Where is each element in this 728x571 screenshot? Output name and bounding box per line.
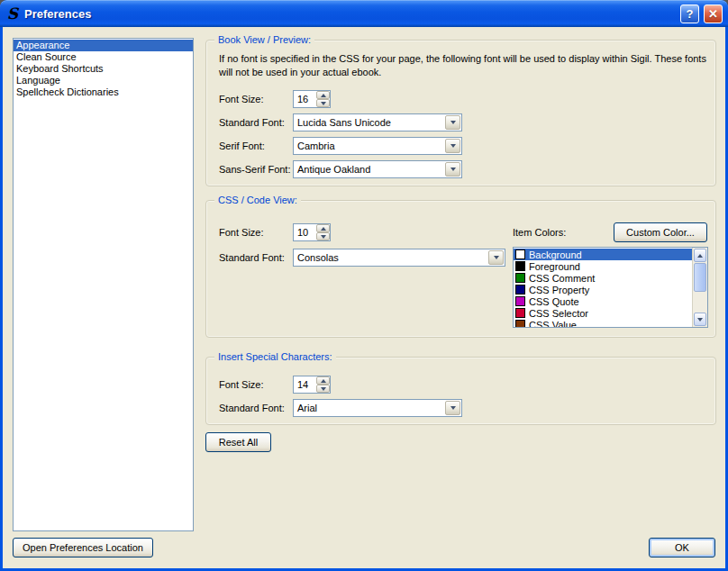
spin-down-button[interactable] [316,385,330,393]
bookview-serif-font-select[interactable]: Cambria [293,137,462,155]
spin-up-button[interactable] [316,224,330,232]
sidebar-item-spellcheck-dictionaries[interactable]: Spellcheck Dictionaries [14,86,193,98]
spin-up-button[interactable] [316,91,330,99]
color-swatch [515,273,525,283]
custom-color-button[interactable]: Custom Color... [614,222,707,242]
sidebar-item-clean-source[interactable]: Clean Source [14,51,193,63]
app-icon: S [5,6,20,21]
bookview-sans-serif-font-label: Sans-Serif Font: [219,160,290,178]
ok-button[interactable]: OK [649,538,715,557]
color-item-label: CSS Property [529,285,589,295]
close-button[interactable]: ✕ [704,5,723,23]
book-view-group: Book View / Preview: If no font is speci… [205,40,716,186]
bookview-font-size-label: Font Size: [219,90,264,108]
bookview-standard-font-select[interactable]: Lucida Sans Unicode [293,113,462,131]
special-chars-group-title: Insert Special Characters: [214,350,336,364]
color-swatch [515,320,525,327]
color-swatch [515,285,525,295]
combo-value: Consolas [297,250,339,265]
color-item-background[interactable]: Background [514,249,692,260]
color-rows: Background Foreground CSS Comment CSS Pr… [514,249,692,327]
spin-down-button[interactable] [316,232,330,240]
cssview-font-size-label: Font Size: [219,223,264,241]
color-swatch [515,308,525,318]
color-swatch [515,249,525,259]
spin-down-icon [321,235,326,239]
combo-dropdown-button[interactable] [445,162,460,177]
combo-dropdown-button[interactable] [445,115,460,130]
combo-dropdown-button[interactable] [445,139,460,153]
sidebar-item-keyboard-shortcuts[interactable]: Keyboard Shortcuts [14,63,193,75]
color-swatch [515,296,525,306]
preferences-window: S Preferences ? ✕ Appearance Clean Sourc… [0,0,728,571]
spin-down-button[interactable] [316,99,330,107]
spin-up-icon [321,379,326,383]
scroll-up-button[interactable] [694,249,706,262]
css-view-group-title: CSS / Code View: [214,194,301,207]
item-colors-list: Background Foreground CSS Comment CSS Pr… [513,247,708,328]
window-title: Preferences [24,7,676,21]
help-button[interactable]: ? [680,5,699,23]
color-item-label: CSS Comment [529,273,595,284]
cssview-font-size-value[interactable]: 10 [297,225,308,240]
sidebar-item-appearance[interactable]: Appearance [14,40,193,51]
chevron-down-icon [450,168,456,171]
cssview-standard-font-select[interactable]: Consolas [293,249,505,267]
close-icon: ✕ [708,8,718,20]
scroll-down-icon [697,318,703,322]
color-item-css-value[interactable]: CSS Value [514,319,692,327]
bookview-font-size-value[interactable]: 16 [297,92,308,106]
scroll-down-button[interactable] [694,313,706,326]
reset-all-button[interactable]: Reset All [205,432,271,452]
spin-down-icon [321,387,326,391]
scroll-thumb[interactable] [694,263,706,292]
combo-value: Cambria [297,139,335,153]
help-icon: ? [687,8,694,20]
bookview-sans-serif-font-select[interactable]: Antique Oakland [293,160,462,178]
specialchars-font-size-label: Font Size: [219,376,264,394]
specialchars-font-size-spinner[interactable]: 14 [293,376,331,394]
dialog-body: Appearance Clean Source Keyboard Shortcu… [3,27,725,568]
bookview-font-size-spinner[interactable]: 16 [293,90,331,108]
cssview-font-size-spinner[interactable]: 10 [293,223,331,241]
item-colors-label: Item Colors: [513,223,566,241]
color-item-label: CSS Quote [529,296,579,307]
specialchars-font-size-value[interactable]: 14 [297,377,308,392]
sidebar-item-language[interactable]: Language [14,75,193,86]
color-item-label: CSS Selector [529,308,588,319]
spin-up-button[interactable] [316,376,330,385]
chevron-down-icon [450,144,456,148]
bookview-standard-font-label: Standard Font: [219,113,285,131]
category-list: Appearance Clean Source Keyboard Shortcu… [13,38,194,531]
color-item-css-selector[interactable]: CSS Selector [514,307,692,319]
chevron-down-icon [450,406,456,410]
color-item-label: Foreground [529,261,580,272]
combo-dropdown-button[interactable] [488,250,504,265]
bookview-serif-font-label: Serif Font: [219,137,265,155]
color-list-scrollbar[interactable] [692,248,707,327]
color-item-css-quote[interactable]: CSS Quote [514,295,692,307]
color-item-label: Background [529,249,582,260]
cssview-standard-font-label: Standard Font: [219,249,285,267]
color-item-css-property[interactable]: CSS Property [514,284,692,295]
open-preferences-location-button[interactable]: Open Preferences Location [13,538,153,557]
color-item-label: CSS Value [529,320,577,328]
combo-value: Antique Oakland [297,162,370,177]
book-view-description: If no font is specified in the CSS for y… [219,52,714,79]
chevron-down-icon [494,256,499,259]
color-item-foreground[interactable]: Foreground [514,260,692,272]
specialchars-standard-font-select[interactable]: Arial [293,399,462,417]
combo-dropdown-button[interactable] [445,401,460,415]
combo-value: Lucida Sans Unicode [297,115,391,130]
spin-up-icon [321,227,326,231]
color-item-css-comment[interactable]: CSS Comment [514,272,692,284]
book-view-group-title: Book View / Preview: [214,33,314,47]
spin-down-icon [321,102,326,105]
scroll-up-icon [697,254,703,258]
combo-value: Arial [297,401,317,415]
color-swatch [515,261,525,271]
css-code-view-group: CSS / Code View: Font Size: 10 Standard … [205,200,716,338]
titlebar[interactable]: S Preferences ? ✕ [0,0,728,27]
insert-special-characters-group: Insert Special Characters: Font Size: 14… [205,357,716,425]
chevron-down-icon [450,121,456,124]
